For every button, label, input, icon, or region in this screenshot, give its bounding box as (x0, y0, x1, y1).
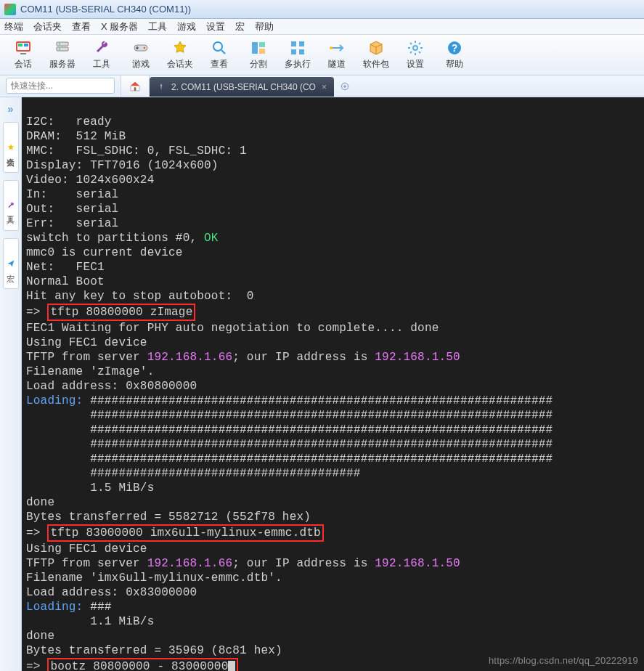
tunneling-button[interactable]: 隧道 (319, 38, 354, 73)
term-line: Bytes transferred = 5582712 (552f78 hex) (26, 511, 311, 524)
packages-button[interactable]: 软件包 (359, 38, 394, 73)
svg-point-9 (144, 47, 145, 49)
star-icon (171, 39, 189, 57)
term-line: Loading: ###############################… (26, 394, 553, 407)
term-line: done (26, 630, 54, 643)
wrench-icon (7, 201, 15, 210)
term-line: Video: 1024x600x24 (26, 174, 154, 187)
svg-point-20 (413, 46, 417, 50)
sidebar: » 会话夹 工具 宏 (0, 97, 22, 671)
svg-rect-4 (57, 42, 68, 46)
menu-tools[interactable]: 工具 (148, 20, 167, 33)
tools-button[interactable]: 工具 (84, 38, 119, 73)
term-line: In: serial (26, 188, 118, 201)
multiexec-icon (289, 39, 306, 57)
sessions-button[interactable]: 会话 (6, 38, 41, 73)
menu-macros[interactable]: 宏 (235, 20, 245, 33)
plus-icon (340, 81, 350, 92)
help-label: 帮助 (446, 58, 463, 70)
term-line: Bytes transferred = 35969 (8c81 hex) (26, 644, 282, 657)
highlight-cmd3: bootz 80800000 - 83000000 (47, 658, 238, 671)
svg-rect-23 (134, 87, 136, 91)
term-line: Display: TFT7016 (1024x600) (26, 159, 219, 172)
content: » 会话夹 工具 宏 I2C: ready DRAM: 512 MiB MMC:… (0, 97, 644, 671)
menu-sessions[interactable]: 会话夹 (33, 20, 62, 33)
send-icon (7, 259, 15, 268)
sidebar-tools-button[interactable]: 工具 (3, 180, 19, 231)
quick-connect-input[interactable] (11, 81, 110, 91)
svg-rect-16 (299, 41, 304, 46)
view-label: 查看 (211, 58, 228, 70)
star-icon (7, 143, 15, 152)
monitor-icon (15, 39, 32, 57)
wrench-icon (93, 39, 110, 57)
watermark: https://blog.csdn.net/qq_20222919 (489, 654, 638, 668)
tab-close-button[interactable]: × (322, 82, 327, 92)
term-line: ########################################… (26, 438, 553, 451)
cursor (228, 661, 235, 671)
sessions-folder-button[interactable]: 会话夹 (163, 38, 197, 73)
term-line: FEC1 Waiting for PHY auto negotiation to… (26, 322, 439, 335)
sidebar-macros-button[interactable]: 宏 (3, 238, 19, 289)
svg-rect-15 (291, 41, 296, 46)
server-icon (54, 39, 71, 57)
split-label: 分割 (250, 58, 267, 70)
pin-icon (157, 83, 166, 92)
app-icon (4, 4, 16, 15)
svg-rect-14 (259, 49, 265, 54)
quick-connect-wrapper[interactable] (6, 78, 115, 94)
settings-label: 设置 (407, 58, 424, 70)
term-line: Using FEC1 device (26, 542, 147, 556)
svg-rect-13 (259, 42, 265, 47)
menu-bar: 终端 会话夹 查看 X 服务器 工具 游戏 设置 宏 帮助 (0, 19, 644, 35)
menu-xserver[interactable]: X 服务器 (101, 20, 138, 33)
help-icon: ? (446, 39, 463, 57)
term-line: TFTP from server 192.168.1.66; our IP ad… (26, 351, 460, 364)
term-line: Out: serial (26, 203, 118, 216)
tab-com11[interactable]: 2. COM11 (USB-SERIAL CH340 (CO × (150, 77, 334, 97)
magnifier-icon (211, 39, 228, 57)
games-button[interactable]: 游戏 (123, 38, 158, 73)
svg-rect-1 (18, 44, 23, 46)
packages-label: 软件包 (363, 58, 389, 70)
tool-bar: 会话 服务器 工具 游戏 会话夹 查看 分割 多执行 隧道 软件包 设置 ? (0, 35, 644, 76)
split-button[interactable]: 分割 (241, 38, 276, 73)
menu-games[interactable]: 游戏 (177, 20, 196, 33)
svg-rect-12 (252, 42, 258, 54)
gear-icon (407, 39, 424, 57)
term-line: Filename 'imx6ull-mylinux-emmc.dtb'. (26, 572, 282, 585)
tools-label: 工具 (93, 58, 110, 70)
menu-terminal[interactable]: 终端 (4, 20, 23, 33)
menu-settings[interactable]: 设置 (206, 20, 225, 33)
help-button[interactable]: ? 帮助 (437, 38, 472, 73)
sidebar-toggle-button[interactable]: » (8, 103, 14, 115)
svg-point-10 (213, 42, 222, 51)
servers-button[interactable]: 服务器 (45, 38, 80, 73)
svg-rect-18 (299, 49, 304, 54)
highlight-cmd2: tftp 83000000 imx6ull-mylinux-emmc.dtb (47, 524, 323, 542)
tab-bar: 2. COM11 (USB-SERIAL CH340 (CO × (0, 76, 644, 97)
title-bar: COM11 (USB-SERIAL CH340 (COM11)) (0, 0, 644, 19)
term-line: 1.1 MiB/s (26, 615, 154, 628)
svg-point-19 (330, 46, 333, 49)
multiexec-label: 多执行 (285, 58, 311, 70)
menu-help[interactable]: 帮助 (255, 20, 274, 33)
sessions-folder-label: 会话夹 (167, 58, 193, 70)
sessions-label: 会话 (15, 58, 32, 70)
multiexec-button[interactable]: 多执行 (280, 38, 315, 73)
add-tab-button[interactable] (334, 76, 356, 97)
svg-point-7 (59, 49, 60, 50)
settings-button[interactable]: 设置 (398, 38, 433, 73)
terminal[interactable]: I2C: ready DRAM: 512 MiB MMC: FSL_SDHC: … (22, 97, 644, 671)
term-line: => tftp 80800000 zImage (26, 306, 195, 319)
tunnel-icon (328, 39, 346, 57)
home-tab[interactable] (121, 76, 150, 97)
games-label: 游戏 (132, 58, 150, 70)
menu-view[interactable]: 查看 (72, 20, 91, 33)
term-line: Hit any key to stop autoboot: 0 (26, 290, 254, 303)
view-button[interactable]: 查看 (202, 38, 237, 73)
term-line: DRAM: 512 MiB (26, 130, 126, 143)
sidebar-sessions-button[interactable]: 会话夹 (3, 122, 19, 173)
tunneling-label: 隧道 (328, 58, 346, 70)
split-icon (250, 39, 267, 57)
